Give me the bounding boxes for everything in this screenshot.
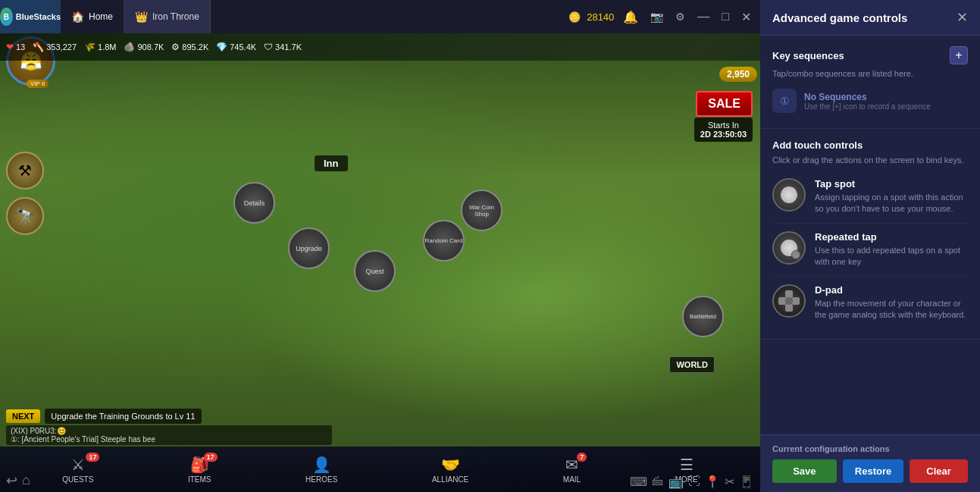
event-countdown: 2D 23:50:03 xyxy=(700,130,747,139)
gold-bar: 2,950 xyxy=(719,67,757,82)
footer-buttons: Save Restore Clear xyxy=(772,459,968,483)
virtual-kb-icon[interactable]: 🖮 xyxy=(652,475,664,489)
bell-icon[interactable]: 🔔 xyxy=(620,8,641,26)
items-amount: 341.7K xyxy=(275,42,302,52)
maximize-icon[interactable]: □ xyxy=(719,8,732,25)
panel-title: Advanced game controls xyxy=(772,11,907,24)
dpad-control: D-pad Map the movement of your character… xyxy=(772,277,968,329)
dpad-icon xyxy=(772,284,806,318)
axe-icon: 🪓 xyxy=(33,42,44,52)
quest-button[interactable]: Quest xyxy=(354,250,396,292)
topbar-right: 🪙 28140 🔔 📷 ⚙ — □ ✕ xyxy=(568,8,760,26)
repeated-tap-desc: Use this to add repeated taps on a spot … xyxy=(815,245,968,268)
details-button[interactable]: Details xyxy=(233,182,275,224)
scissors-icon[interactable]: ✂ xyxy=(725,475,734,489)
hp-resource: ❤ 13 xyxy=(6,42,25,52)
touch-controls-header: Add touch controls xyxy=(772,139,968,151)
panel-header: Advanced game controls ✕ xyxy=(760,0,980,36)
mail-badge: 7 xyxy=(577,453,587,462)
dpad-name: D-pad xyxy=(815,284,968,296)
ore-icon: ⚙ xyxy=(171,42,180,52)
alliance-icon: 🤝 xyxy=(441,456,460,474)
items-resource: 🛡 341.7K xyxy=(264,42,302,52)
quest-area: NEXT Upgrade the Training Grounds to Lv … xyxy=(6,409,332,445)
items-button[interactable]: 🎒 ITEMS 17 xyxy=(188,456,211,484)
heroes-button[interactable]: 👤 HEROES xyxy=(305,456,337,484)
add-touch-controls-section: Add touch controls Click or drag the act… xyxy=(760,129,980,340)
tab-home-label: Home xyxy=(89,11,113,22)
bluestacks-logo: B BlueStacks xyxy=(0,0,61,33)
inn-label: Inn xyxy=(315,155,348,171)
items-badge: 17 xyxy=(204,453,218,462)
settings-icon[interactable]: ⚙ xyxy=(672,9,688,24)
tap-spot-icon xyxy=(772,178,806,212)
mail-label: MAIL xyxy=(563,475,581,484)
event-timer: Starts In 2D 23:50:03 xyxy=(694,118,753,142)
key-sequences-section: Key sequences + Tap/combo sequences are … xyxy=(760,36,980,129)
advanced-game-controls-panel: Advanced game controls ✕ Key sequences +… xyxy=(760,0,980,492)
mobile-icon[interactable]: 📱 xyxy=(739,475,754,489)
svg-rect-0 xyxy=(785,290,793,298)
war-coin-shop-button[interactable]: War Coin Shop xyxy=(461,190,503,231)
chat-message: ①: [Ancient People's Trial] Steeple has … xyxy=(11,435,327,443)
back-icon[interactable]: ↩ xyxy=(6,472,17,489)
sale-badge[interactable]: SALE xyxy=(696,91,753,117)
repeated-tap-icon xyxy=(772,231,806,265)
panel-close-button[interactable]: ✕ xyxy=(957,9,968,26)
bs-icon: B xyxy=(0,8,13,26)
camera-icon[interactable]: 📷 xyxy=(647,9,666,24)
more-icon: ☰ xyxy=(680,456,694,474)
battlefield-button[interactable]: Battlefield xyxy=(682,296,724,337)
resize-icon[interactable]: ⛶ xyxy=(688,475,700,489)
tap-spot-control: Tap spot Assign tapping on a spot with t… xyxy=(772,171,968,224)
location-icon[interactable]: 📍 xyxy=(705,475,720,489)
food-resource: 🌾 1.8M xyxy=(84,42,116,52)
stone-amount: 908.7K xyxy=(137,42,164,52)
svg-rect-2 xyxy=(778,297,786,305)
game-area: B BlueStacks 🏠 Home 👑 Iron Throne 🪙 2814… xyxy=(0,0,760,492)
side-icon-2[interactable]: 🔭 xyxy=(6,197,44,235)
dpad-texts: D-pad Map the movement of your character… xyxy=(815,284,968,321)
wood-amount: 353,227 xyxy=(46,42,77,52)
crystal-icon: 💎 xyxy=(216,42,227,52)
tab-iron-throne[interactable]: 👑 Iron Throne xyxy=(124,0,211,33)
dpad-svg xyxy=(778,290,800,312)
mail-button[interactable]: ✉ MAIL 7 xyxy=(563,456,581,484)
next-button[interactable]: NEXT xyxy=(6,409,40,423)
quests-button[interactable]: ⚔ QUESTS 17 xyxy=(62,456,93,484)
food-icon: 🌾 xyxy=(84,42,95,52)
svg-point-4 xyxy=(785,297,793,305)
svg-rect-3 xyxy=(792,297,800,305)
alliance-label: ALLIANCE xyxy=(432,475,468,484)
sequence-texts: No Sequences Use the [+] icon to record … xyxy=(804,92,968,111)
touch-controls-title: Add touch controls xyxy=(772,139,863,151)
quests-icon: ⚔ xyxy=(71,456,85,474)
random-card-button[interactable]: Random Card xyxy=(423,220,465,262)
keyboard-icon[interactable]: ⌨ xyxy=(630,475,647,489)
screen-icon[interactable]: 📺 xyxy=(668,475,684,489)
tab-home[interactable]: 🏠 Home xyxy=(61,0,124,33)
side-icons: ⚒ 🔭 xyxy=(6,152,44,235)
game-icon: 👑 xyxy=(135,11,148,23)
items-icon: 🛡 xyxy=(264,42,273,52)
quest-text: Upgrade the Training Grounds to Lv 11 xyxy=(45,409,201,424)
quests-badge: 17 xyxy=(86,453,99,462)
tap-spot-name: Tap spot xyxy=(815,178,968,190)
clear-button[interactable]: Clear xyxy=(910,459,968,483)
alliance-button[interactable]: 🤝 ALLIANCE xyxy=(432,456,468,484)
stone-resource: 🪨 908.7K xyxy=(124,42,164,52)
world-button[interactable]: WORLD xyxy=(669,356,715,373)
home-game-icon[interactable]: ⌂ xyxy=(22,472,30,489)
upgrade-button[interactable]: Upgrade xyxy=(288,227,330,269)
close-app-icon[interactable]: ✕ xyxy=(738,8,754,26)
minimize-icon[interactable]: — xyxy=(694,8,712,25)
restore-button[interactable]: Restore xyxy=(843,459,903,483)
save-button[interactable]: Save xyxy=(772,459,837,483)
player-level: 13 xyxy=(16,42,25,52)
crystal-resource: 💎 745.4K xyxy=(216,42,256,52)
crystal-amount: 745.4K xyxy=(230,42,256,52)
add-sequence-button[interactable]: + xyxy=(950,46,968,64)
ore-resource: ⚙ 895.2K xyxy=(171,42,208,52)
coin-amount: 28140 xyxy=(587,11,614,23)
side-icon-1[interactable]: ⚒ xyxy=(6,152,44,190)
